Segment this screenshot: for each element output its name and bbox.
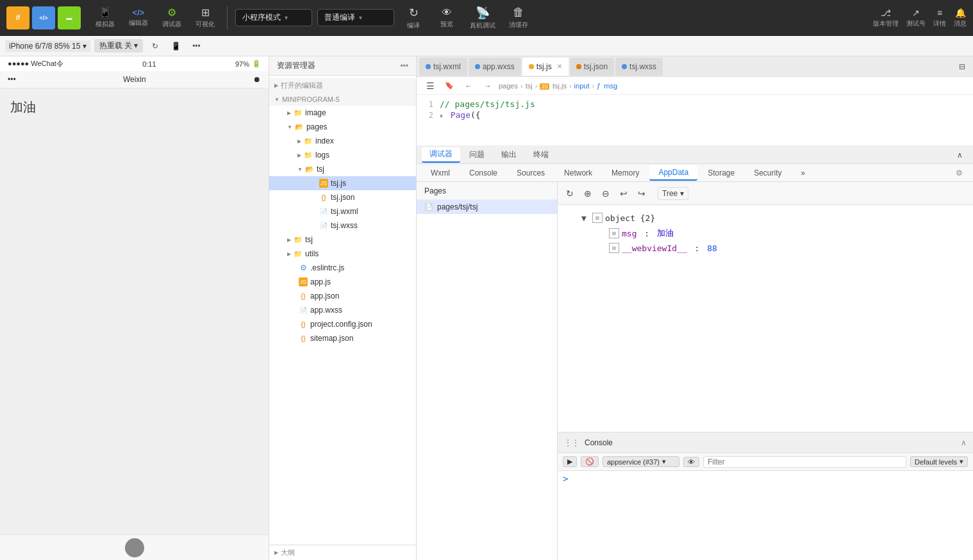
debug-tab-debugger[interactable]: 调试器 <box>422 147 460 163</box>
wxml-file-icon: 📄 <box>319 207 328 216</box>
console-level-select[interactable]: Default levels ▾ <box>910 456 968 467</box>
console-filter-input[interactable] <box>703 456 906 468</box>
clearcache-button[interactable]: 🗑 清缓存 <box>504 3 533 32</box>
tree-root-expand[interactable]: ▼ <box>578 212 590 224</box>
devtools-tab-network[interactable]: Network <box>555 165 601 181</box>
hotreload-btn[interactable]: 热重载 关 ▾ <box>94 39 144 53</box>
expand-all-button[interactable]: ⊕ <box>581 186 595 201</box>
breadcrumb-msg-fn-icon: ƒ <box>597 82 601 90</box>
file-item-pages[interactable]: ▼ 📂 pages <box>269 120 416 134</box>
debug-tab-output[interactable]: 输出 <box>494 147 524 163</box>
realdevice-label: 真机调试 <box>470 21 495 30</box>
debug-tab-terminal[interactable]: 终端 <box>526 147 556 163</box>
compile-select[interactable]: 普通编译 ▾ <box>317 9 394 26</box>
file-item-tsj-wxss[interactable]: 📄 tsj.wxss <box>269 218 416 233</box>
tree-msg-icon[interactable]: ⊟ <box>609 228 619 238</box>
editor-button[interactable]: </> 编辑器 <box>124 5 153 30</box>
visual-button[interactable]: ⊞ 可视化 <box>191 4 219 31</box>
tab-wxml[interactable]: tsj.wxml <box>419 58 467 76</box>
redo-appdata-button[interactable]: ↪ <box>635 186 649 201</box>
realdevice-button[interactable]: 📡 真机调试 <box>466 3 499 33</box>
hamburger-icon[interactable]: ☰ <box>422 78 438 94</box>
bookmark-icon[interactable]: 🔖 <box>441 78 458 94</box>
tree-root-icon[interactable]: ⊟ <box>592 213 603 223</box>
file-item-index[interactable]: ▶ 📁 index <box>269 134 416 148</box>
breadcrumb-file-icon: JS <box>540 83 549 90</box>
nav-back-icon[interactable]: ← <box>460 78 477 94</box>
preview-button[interactable]: 👁 预览 <box>433 4 461 31</box>
file-item-tsj-wxml[interactable]: 📄 tsj.wxml <box>269 204 416 218</box>
file-item-app-js[interactable]: JS app.js <box>269 275 416 289</box>
appservice-select[interactable]: appservice (#37) ▾ <box>603 456 679 467</box>
home-button[interactable] <box>125 538 144 557</box>
file-panel-footer[interactable]: ▶ 大纲 <box>269 545 416 560</box>
undo-appdata-button[interactable]: ↩ <box>617 186 631 201</box>
devtools-tab-storage[interactable]: Storage <box>699 165 744 181</box>
outline-arrow: ▶ <box>274 550 278 556</box>
tree-select-wrap[interactable]: Tree ▾ <box>658 187 688 200</box>
tree-label[interactable]: Tree ▾ <box>658 187 688 200</box>
file-item-sitemap-json[interactable]: {} sitemap.json <box>269 331 416 345</box>
tab-js[interactable]: tsj.js ✕ <box>522 58 569 76</box>
devtools-tab-more[interactable]: » <box>792 165 815 181</box>
file-item-project-json[interactable]: {} project.config.json <box>269 317 416 331</box>
file-item-utils[interactable]: ▶ 📁 utils <box>269 247 416 261</box>
open-editors-section[interactable]: ▶ 打开的编辑器 <box>269 78 416 93</box>
block-console-button[interactable]: 🚫 <box>581 456 599 467</box>
devtools-tab-appdata[interactable]: AppData <box>649 165 697 181</box>
split-editor-button[interactable]: ⊟ <box>954 58 970 75</box>
debug-tab-terminal-label: 终端 <box>533 149 549 160</box>
testno-button[interactable]: ↗ 测试号 <box>906 8 926 28</box>
devtools-tab-sources[interactable]: Sources <box>508 165 554 181</box>
file-item-tsj-json[interactable]: {} tsj.json <box>269 190 416 204</box>
device-frame-button[interactable]: 📱 <box>167 38 184 54</box>
tab-wxss2[interactable]: tsj.wxss <box>615 58 663 76</box>
nav-forward-icon[interactable]: → <box>479 78 496 94</box>
devtools-tab-console[interactable]: Console <box>460 165 506 181</box>
debug-tab-issues[interactable]: 问题 <box>462 147 492 163</box>
file-panel-more-icon[interactable]: ••• <box>400 62 408 70</box>
file-item-app-wxss[interactable]: 📄 app.wxss <box>269 303 416 317</box>
devtools-settings-btn[interactable]: ⚙ <box>951 169 968 177</box>
devtools-tab-memory[interactable]: Memory <box>603 165 648 181</box>
debugger-button[interactable]: ⚙ 调试器 <box>158 4 186 31</box>
collapse-all-button[interactable]: ⊖ <box>599 186 613 201</box>
breadcrumb-msg[interactable]: ƒ msg <box>597 82 617 90</box>
debugger-label: 调试器 <box>162 20 181 29</box>
page-row-tsj[interactable]: 📄 pages/tsj/tsj <box>417 200 557 214</box>
devtools-tab-security[interactable]: Security <box>745 165 790 181</box>
refresh-phone-button[interactable]: ↻ <box>147 38 163 54</box>
wxss2-tab-dot <box>622 64 627 69</box>
file-item-tsj2-folder[interactable]: ▶ 📁 tsj <box>269 233 416 247</box>
phone-battery: 97% 🔋 <box>235 60 261 68</box>
breadcrumb-input[interactable]: input <box>574 82 590 90</box>
file-item-app-json[interactable]: {} app.json <box>269 289 416 303</box>
device-info[interactable]: iPhone 6/7/8 85% 15 ▾ <box>5 40 90 52</box>
code-editor[interactable]: 1 // pages/tsj/tsj.js 2 ▼ Page({ <box>417 95 973 146</box>
compile-label: 编译 <box>407 21 420 30</box>
file-item-tsj-folder[interactable]: ▼ 📂 tsj <box>269 162 416 176</box>
debugger-icon: ⚙ <box>167 6 176 19</box>
simulator-button[interactable]: 📱 模拟器 <box>91 4 119 31</box>
compile-button[interactable]: ↻ 编译 <box>399 3 428 33</box>
more-phone-button[interactable]: ••• <box>188 38 204 54</box>
file-item-tsj-js[interactable]: JS tsj.js <box>269 176 416 190</box>
version-button[interactable]: ⎇ 版本管理 <box>873 8 899 28</box>
file-item-eslint[interactable]: ⚙ .eslintrc.js <box>269 261 416 275</box>
devtools-tab-wxml[interactable]: Wxml <box>422 165 459 181</box>
miniprogram-section[interactable]: ▼ MINIPROGRAM-5 <box>269 93 416 106</box>
file-item-logs[interactable]: ▶ 📁 logs <box>269 148 416 162</box>
expand-console-icon[interactable]: ∧ <box>961 438 967 447</box>
collapse-debugger-button[interactable]: ∧ <box>951 147 968 163</box>
play-console-button[interactable]: ▶ <box>563 456 577 467</box>
mode-select[interactable]: 小程序模式 ▾ <box>235 9 312 26</box>
js-tab-close[interactable]: ✕ <box>557 63 562 70</box>
eye-console-button[interactable]: 👁 <box>683 457 699 467</box>
details-button[interactable]: ≡ 详情 <box>933 8 946 28</box>
notifications-button[interactable]: 🔔 消息 <box>954 8 967 28</box>
file-item-image[interactable]: ▶ 📁 image <box>269 106 416 120</box>
refresh-appdata-button[interactable]: ↻ <box>563 186 577 201</box>
tab-app-wxss[interactable]: app.wxss <box>469 58 521 76</box>
tree-webviewid-icon[interactable]: ⊟ <box>609 243 619 253</box>
tab-json[interactable]: tsj.json <box>570 58 614 76</box>
